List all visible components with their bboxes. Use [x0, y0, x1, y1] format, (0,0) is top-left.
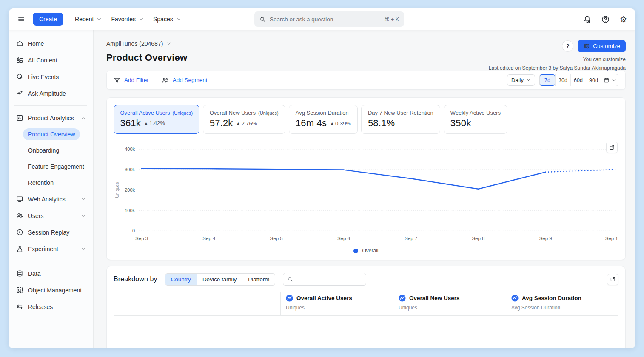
settings-gear-icon[interactable]: ⚙: [620, 15, 627, 23]
metric-card-overall-new-users[interactable]: Overall New Users (Uniques) 57.2k ▲2.76%: [203, 105, 285, 134]
metric-title: Avg Session Duration: [296, 110, 349, 116]
sidebar: Home All Content Live Events Ask Amplitu…: [9, 30, 94, 348]
svg-text:Sep 3: Sep 3: [135, 236, 148, 241]
column-subtitle: Uniques: [399, 305, 506, 311]
favorites-menu[interactable]: Favorites: [106, 13, 148, 25]
chevron-down-icon: [81, 213, 86, 218]
sidebar-item-ask-amplitude[interactable]: Ask Amplitude: [9, 85, 93, 102]
metric-badge-icon: [286, 295, 293, 302]
breakdown-column-new-users[interactable]: Overall New Users Uniques: [393, 292, 506, 315]
sidebar-item-home[interactable]: Home: [9, 35, 93, 52]
metric-card-avg-session-duration[interactable]: Avg Session Duration 16m 4s ▲0.39%: [289, 105, 358, 134]
filter-bar: Add Filter Add Segment Daily 7d 30d 60d: [106, 71, 626, 90]
hamburger-menu-icon[interactable]: [17, 15, 26, 23]
metric-card-weekly-active-users[interactable]: Weekly Active Users 350k: [444, 105, 507, 134]
tab-platform[interactable]: Platform: [242, 274, 275, 285]
customize-label: Customize: [593, 43, 620, 49]
sidebar-item-label: Data: [28, 270, 41, 277]
add-filter-button[interactable]: Add Filter: [114, 77, 149, 84]
column-title: Overall New Users: [409, 295, 460, 301]
breakdown-search-input[interactable]: [283, 273, 366, 286]
object-frame-icon: [16, 286, 23, 294]
sidebar-item-label: Live Events: [28, 74, 59, 80]
svg-text:Sep 6: Sep 6: [337, 236, 350, 241]
page-header: AmpliTunes (204687) Product Overview ? C…: [106, 40, 626, 63]
breakdown-column-active-users[interactable]: Overall Active Users Uniques: [280, 292, 393, 315]
sidebar-item-label: Retention: [28, 179, 54, 186]
chevron-down-icon: [81, 246, 86, 252]
sidebar-item-label: All Content: [28, 57, 57, 64]
sidebar-item-feature-engagement[interactable]: Feature Engagement: [9, 159, 93, 175]
sliders-icon: [583, 43, 590, 49]
sidebar-item-all-content[interactable]: All Content: [9, 52, 93, 68]
breakdown-card: Breakdown by Country Device family Platf…: [106, 266, 626, 348]
sidebar-item-label: Ask Amplitude: [28, 90, 66, 97]
caret-up-icon: ▲: [237, 121, 240, 125]
help-button[interactable]: ?: [562, 40, 573, 52]
sidebar-item-web-analytics[interactable]: Web Analytics: [9, 191, 93, 207]
notifications-bell-icon[interactable]: [583, 15, 591, 23]
search-icon: [287, 276, 293, 282]
svg-text:Sep 4: Sep 4: [202, 236, 216, 241]
sidebar-item-label: Object Management: [28, 287, 82, 294]
sidebar-item-product-overview[interactable]: Product Overview: [9, 126, 93, 142]
chart-canvas: 0100k200k300k400kUniquesSep 3Sep 4Sep 5S…: [114, 146, 618, 244]
recent-menu[interactable]: Recent: [70, 13, 106, 25]
breakdown-column-session-duration[interactable]: Avg Session Duration Avg Session Duratio…: [506, 292, 618, 315]
column-title: Overall Active Users: [296, 295, 352, 301]
chevron-down-icon: [81, 197, 86, 202]
range-7d-button[interactable]: 7d: [540, 74, 555, 86]
range-30d-button[interactable]: 30d: [555, 74, 570, 86]
expand-breakdown-button[interactable]: [607, 274, 618, 285]
metric-card-overall-active-users[interactable]: Overall Active Users (Uniques) 361k ▲1.4…: [114, 105, 199, 134]
breadcrumb[interactable]: AmpliTunes (204687): [106, 40, 171, 47]
legend-dot-overall: [353, 249, 358, 253]
last-edited-text: Last edited on September 3 by Satya Sund…: [489, 65, 626, 71]
sidebar-item-label: Onboarding: [28, 147, 59, 154]
sidebar-item-onboarding[interactable]: Onboarding: [9, 142, 93, 159]
sidebar-item-experiment[interactable]: Experiment: [9, 241, 93, 257]
search-shortcut-hint: ⌘ + K: [384, 16, 399, 23]
custom-date-button[interactable]: [601, 74, 618, 86]
expand-chart-button[interactable]: [606, 142, 618, 153]
metric-delta: 1.42%: [149, 120, 165, 126]
metric-value: 57.2k: [210, 118, 233, 129]
home-icon: [16, 40, 23, 48]
sidebar-item-product-analytics[interactable]: Product Analytics: [9, 110, 93, 126]
metric-suffix: (Uniques): [258, 110, 279, 116]
table-row[interactable]: [114, 316, 618, 327]
metric-title: Day 7 New User Retention: [368, 110, 433, 116]
breakdown-column-dimension: [114, 292, 280, 315]
bar-chart-icon: [16, 114, 23, 122]
metric-badge-icon: [511, 295, 519, 302]
tab-country[interactable]: Country: [165, 274, 197, 285]
column-subtitle: Avg Session Duration: [511, 305, 618, 311]
customize-button[interactable]: Customize: [578, 40, 626, 52]
sidebar-item-retention[interactable]: Retention: [9, 175, 93, 191]
sidebar-item-session-replay[interactable]: Session Replay: [9, 224, 93, 241]
metric-card-day7-retention[interactable]: Day 7 New User Retention 58.1%: [361, 105, 440, 134]
sidebar-item-label: Experiment: [28, 246, 58, 252]
svg-text:Sep 5: Sep 5: [270, 236, 283, 241]
range-60d-button[interactable]: 60d: [570, 74, 586, 86]
help-icon[interactable]: [601, 15, 610, 23]
sidebar-item-live-events[interactable]: Live Events: [9, 68, 93, 85]
search-icon: [259, 16, 266, 23]
spaces-menu[interactable]: Spaces: [148, 13, 186, 25]
range-90d-button[interactable]: 90d: [586, 74, 601, 86]
sidebar-item-releases[interactable]: Releases: [9, 298, 93, 315]
add-segment-button[interactable]: Add Segment: [162, 76, 208, 84]
sidebar-item-users[interactable]: Users: [9, 207, 93, 224]
sidebar-item-data[interactable]: Data: [9, 265, 93, 282]
create-button[interactable]: Create: [33, 13, 63, 26]
metric-cards-row: Overall Active Users (Uniques) 361k ▲1.4…: [114, 105, 618, 134]
global-search-input[interactable]: Search or ask a question ⌘ + K: [254, 11, 404, 27]
metric-value: 58.1%: [368, 118, 395, 129]
sidebar-item-label: Web Analytics: [28, 196, 66, 203]
tab-device-family[interactable]: Device family: [197, 274, 242, 285]
metric-suffix: (Uniques): [173, 110, 193, 116]
granularity-select[interactable]: Daily: [507, 74, 535, 86]
all-content-icon: [16, 57, 23, 64]
sidebar-item-object-management[interactable]: Object Management: [9, 282, 93, 298]
sidebar-item-label: Releases: [28, 303, 53, 310]
